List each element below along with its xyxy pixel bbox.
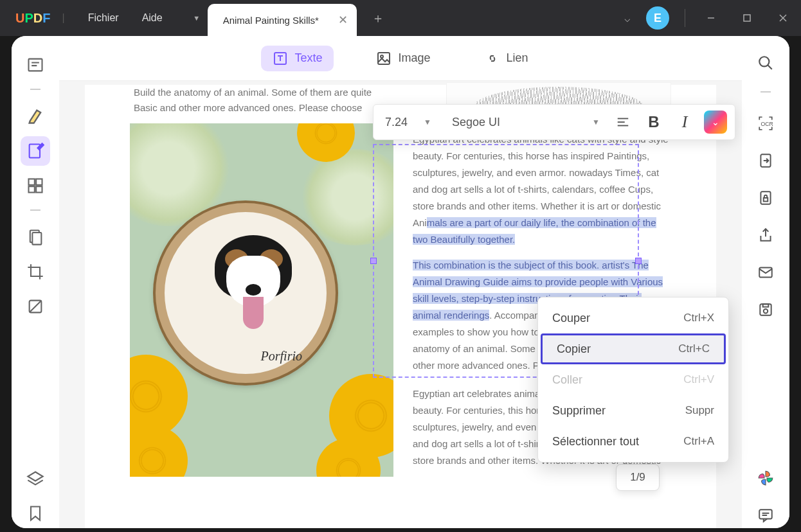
left-sidebar [12,36,59,528]
pages-tool-button[interactable] [21,171,50,200]
context-menu-delete[interactable]: Supprimer Suppr [538,395,728,426]
comment-button[interactable] [753,502,779,528]
svg-line-15 [30,301,42,313]
tab-area: ▼ Animal Painting Skills* ✕ ＋ [186,0,390,36]
align-button[interactable] [609,108,637,136]
svg-rect-30 [378,53,390,64]
layers-button[interactable] [21,464,50,493]
highlight-tool-button[interactable] [21,102,50,131]
tool-image[interactable]: Image [364,46,442,71]
resize-handle-left[interactable] [370,258,377,264]
search-button[interactable] [753,50,779,76]
font-size-value: 7.24 [385,116,408,129]
font-size-selector[interactable]: 7.24 ▼ [379,109,438,135]
bold-button[interactable]: B [640,108,668,136]
svg-rect-4 [29,59,42,71]
ai-assistant-button[interactable] [753,465,779,491]
svg-rect-7 [30,145,40,158]
italic-button[interactable]: I [670,108,699,136]
svg-rect-21 [764,198,768,201]
svg-rect-9 [36,179,42,185]
context-menu-paste: Coller Ctrl+V [538,364,728,395]
separator: | [62,12,64,24]
svg-rect-8 [29,179,35,185]
context-menu-select-all[interactable]: Sélectionner tout Ctrl+A [538,426,728,457]
save-button[interactable] [753,297,779,323]
tab-close-icon[interactable]: ✕ [338,13,348,27]
tool-link[interactable]: Lien [473,46,540,71]
svg-line-17 [768,65,772,69]
chevron-down-icon[interactable]: ⌵ [624,12,631,24]
svg-rect-25 [763,304,769,306]
embedded-photo[interactable]: Porfirio [130,123,393,477]
tab-document[interactable]: Animal Painting Skills* ✕ [208,4,357,36]
color-button[interactable]: ⌄ [701,108,730,136]
convert-button[interactable] [753,148,779,173]
page-indicator[interactable]: 1/9 [616,464,660,491]
separator [30,89,40,90]
chevron-down-icon: ▼ [424,118,431,127]
tool-link-label: Lien [507,51,528,65]
svg-rect-10 [29,186,35,192]
menu-help[interactable]: Aide [130,12,174,24]
app-logo: UPDF [15,11,50,26]
organize-tool-button[interactable] [21,222,50,252]
user-avatar[interactable]: E [646,6,669,30]
new-tab-button[interactable]: ＋ [366,6,390,30]
svg-point-31 [381,55,383,58]
svg-rect-11 [36,186,42,192]
font-family-value: Segoe UI [452,116,500,129]
titlebar-right: ⌵ E [624,6,801,30]
chevron-down-icon: ▼ [592,118,600,127]
right-sidebar: OCR [742,36,789,528]
context-menu-copy[interactable]: Copier Ctrl+C [541,333,726,364]
chevron-down-icon: ⌄ [712,117,719,127]
tab-list-dropdown[interactable]: ▼ [186,5,208,31]
close-button[interactable] [773,8,793,28]
tool-image-label: Image [398,51,430,65]
context-menu: Couper Ctrl+X Copier Ctrl+C Coller Ctrl+… [537,297,729,463]
svg-text:OCR: OCR [760,121,773,127]
reader-mode-button[interactable] [21,50,50,80]
crop-tool-button[interactable] [21,257,50,287]
tool-text-label: Texte [294,51,322,65]
redact-tool-button[interactable] [21,292,50,321]
svg-point-24 [764,309,768,314]
share-button[interactable] [753,222,779,248]
minimize-button[interactable] [701,8,721,28]
edit-toolbar: Texte Image Lien [59,36,742,81]
separator [30,209,40,211]
svg-rect-26 [759,510,772,519]
tab-title: Animal Painting Skills* [223,15,319,26]
protect-button[interactable] [753,185,779,211]
menu-file[interactable]: Fichier [76,12,130,24]
email-button[interactable] [753,260,779,285]
svg-point-16 [759,57,769,66]
signature-text: Porfirio [261,349,302,364]
resize-handle-right[interactable] [635,258,642,264]
separator [685,9,685,27]
ocr-button[interactable]: OCR [753,111,779,136]
separator [760,91,771,93]
text-format-bar: 7.24 ▼ Segoe UI ▼ B I ⌄ [373,104,735,140]
context-menu-cut[interactable]: Couper Ctrl+X [538,303,728,333]
bookmark-button[interactable] [21,499,50,528]
titlebar: UPDF | Fichier Aide ▼ Animal Painting Sk… [0,0,801,36]
font-family-selector[interactable]: Segoe UI ▼ [440,109,606,135]
maximize-button[interactable] [737,8,757,28]
svg-rect-13 [32,233,41,245]
svg-rect-1 [744,15,750,21]
edit-tool-button[interactable] [21,136,50,166]
tool-text[interactable]: Texte [261,46,334,71]
